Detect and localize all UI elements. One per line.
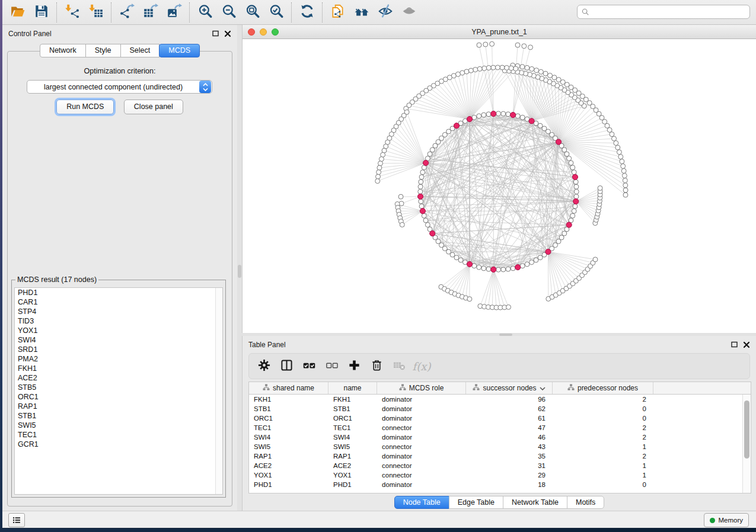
mcds-result-item[interactable]: ORC1 — [15, 392, 222, 402]
column-header-MCDS-role[interactable]: MCDS role — [377, 382, 466, 394]
zoom-fit-button[interactable] — [241, 2, 264, 23]
open-file-button[interactable] — [6, 2, 30, 23]
mcds-result-item[interactable]: YOX1 — [15, 326, 222, 335]
tab-motifs[interactable]: Motifs — [567, 496, 604, 509]
minimize-window-icon[interactable] — [260, 28, 267, 36]
vertical-splitter[interactable] — [237, 25, 242, 511]
mcds-list-scrollbar[interactable] — [215, 288, 222, 494]
export-table-button[interactable] — [139, 2, 162, 23]
column-header-predecessor-nodes[interactable]: predecessor nodes — [553, 382, 653, 394]
right-column: YPA_prune.txt_1 Table Panel — [242, 25, 756, 511]
memory-button[interactable]: Memory — [704, 513, 749, 527]
mcds-result-item[interactable]: SWI4 — [15, 335, 222, 345]
tab-style[interactable]: Style — [85, 44, 121, 57]
export-network-button[interactable] — [115, 2, 139, 23]
function-icon: f(x) — [410, 360, 433, 373]
deselect-all-button[interactable] — [321, 356, 342, 376]
refresh-view-button[interactable] — [295, 2, 319, 23]
column-label: MCDS role — [409, 384, 444, 392]
delete-row-button[interactable] — [366, 356, 387, 376]
run-mcds-button[interactable]: Run MCDS — [56, 100, 114, 114]
float-panel-icon[interactable] — [212, 30, 219, 37]
mcds-result-item[interactable]: SRD1 — [15, 345, 222, 354]
first-neighbors-icon — [354, 4, 369, 21]
import-network-button[interactable] — [60, 2, 84, 23]
network-title: YPA_prune.txt_1 — [471, 28, 527, 36]
table-cell: ORC1 — [328, 414, 377, 423]
mcds-result-list[interactable]: PHD1CAR1STP4TID3YOX1SWI4SRD1PMA2FKH1ACE2… — [14, 287, 223, 495]
table-row[interactable]: RAP1RAP1dominator352 — [249, 451, 751, 461]
task-history-button[interactable] — [8, 513, 25, 527]
show-hidden-button[interactable] — [397, 2, 421, 23]
close-panel-button[interactable]: Close panel — [124, 100, 183, 114]
first-neighbors-button[interactable] — [350, 2, 374, 23]
zoom-selected-button[interactable] — [264, 2, 288, 23]
mcds-result-item[interactable]: PHD1 — [15, 288, 222, 297]
network-titlebar[interactable]: YPA_prune.txt_1 — [243, 25, 756, 39]
float-panel-icon[interactable] — [731, 341, 738, 348]
tab-edge-table[interactable]: Edge Table — [449, 496, 503, 509]
save-session-button[interactable] — [30, 2, 53, 23]
table-row[interactable]: TEC1TEC1connector472 — [249, 423, 751, 432]
zoom-out-button[interactable] — [217, 2, 241, 23]
network-graph[interactable] — [243, 39, 756, 333]
mcds-result-item[interactable]: RAP1 — [15, 402, 222, 411]
table-row[interactable]: SWI5SWI5connector431 — [249, 442, 751, 451]
column-header-shared-name[interactable]: shared name — [249, 382, 328, 394]
mcds-result-item[interactable]: TID3 — [15, 316, 222, 326]
table-row[interactable]: FKH1FKH1dominator962 — [249, 395, 751, 404]
mcds-result-item[interactable]: PMA2 — [15, 354, 222, 364]
zoom-in-button[interactable] — [193, 2, 217, 23]
table-scrollbar[interactable] — [742, 395, 751, 493]
import-table-button[interactable] — [84, 2, 108, 23]
mcds-result-item[interactable]: STB1 — [15, 411, 222, 421]
settings-button[interactable] — [254, 356, 274, 376]
toolbar-separator — [291, 2, 292, 23]
mcds-result-item[interactable]: SWI5 — [15, 421, 222, 430]
table-row[interactable]: SWI4SWI4dominator462 — [249, 432, 751, 442]
columns-button[interactable] — [276, 356, 296, 376]
criterion-select[interactable]: largest connected component (undirected) — [27, 80, 212, 94]
table-cell: 2 — [553, 451, 653, 461]
table-row[interactable]: ORC1ORC1dominator610 — [249, 414, 751, 423]
tab-network-table[interactable]: Network Table — [503, 496, 567, 509]
tab-node-table[interactable]: Node Table — [394, 496, 449, 509]
column-header-successor-nodes[interactable]: successor nodes — [466, 382, 553, 394]
mcds-result-item[interactable]: TEC1 — [15, 430, 222, 440]
column-label: name — [343, 384, 361, 392]
tab-network[interactable]: Network — [40, 44, 86, 57]
table-cell: YOX1 — [328, 470, 377, 480]
maximize-window-icon[interactable] — [272, 28, 279, 36]
close-window-icon[interactable] — [248, 28, 255, 36]
add-row-button[interactable] — [344, 356, 364, 376]
mcds-result-item[interactable]: ACE2 — [15, 373, 222, 383]
table-cell: SWI5 — [249, 442, 328, 451]
mcds-result-item[interactable]: FKH1 — [15, 364, 222, 373]
network-window: YPA_prune.txt_1 — [242, 25, 756, 333]
clone-network-button[interactable] — [326, 2, 350, 23]
close-panel-icon[interactable] — [224, 30, 231, 37]
splitter-handle[interactable] — [238, 265, 241, 278]
hide-selected-button[interactable] — [374, 2, 397, 23]
close-panel-icon[interactable] — [743, 341, 750, 348]
table-row[interactable]: YOX1YOX1connector291 — [249, 470, 751, 480]
mcds-result-item[interactable]: CAR1 — [15, 297, 222, 307]
search-box[interactable] — [577, 5, 750, 19]
select-all-button[interactable] — [299, 356, 319, 376]
tab-mcds[interactable]: MCDS — [159, 44, 200, 57]
search-input[interactable] — [590, 6, 749, 18]
tab-select[interactable]: Select — [120, 44, 160, 57]
export-image-button[interactable] — [162, 2, 186, 23]
table-cell: connector — [377, 461, 466, 470]
network-canvas[interactable] — [243, 39, 756, 333]
mcds-result-item[interactable]: STB5 — [15, 383, 222, 392]
table-row[interactable]: PHD1PHD1dominator180 — [249, 480, 751, 489]
mcds-result-item[interactable]: GCR1 — [15, 440, 222, 449]
column-header-name[interactable]: name — [328, 382, 377, 394]
table-row[interactable]: STB1STB1dominator620 — [249, 404, 751, 414]
table-row[interactable]: ACE2ACE2connector311 — [249, 461, 751, 470]
mcds-result-item[interactable]: STP4 — [15, 307, 222, 316]
table-scrollbar-thumb[interactable] — [744, 400, 749, 459]
export-network-icon — [119, 4, 135, 21]
delete-table-icon — [393, 359, 406, 374]
